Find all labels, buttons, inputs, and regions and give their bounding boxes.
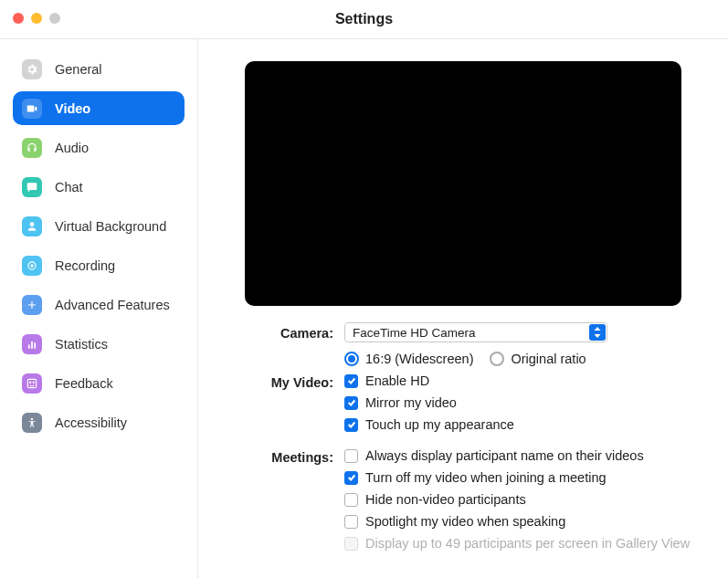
minimize-window-button[interactable] <box>31 13 42 24</box>
gear-icon <box>22 59 42 79</box>
checkbox-label: Touch up my appearance <box>365 417 514 432</box>
record-icon <box>22 256 42 276</box>
sidebar-item-label: Recording <box>55 258 115 273</box>
touch-up-checkbox[interactable]: Touch up my appearance <box>344 417 691 432</box>
camera-label: Camera: <box>235 322 344 344</box>
sidebar-item-recording[interactable]: Recording <box>13 248 185 282</box>
sidebar-item-label: Video <box>55 101 90 116</box>
chat-icon <box>22 177 42 197</box>
headphones-icon <box>22 138 42 158</box>
sidebar-item-label: Virtual Background <box>55 219 166 234</box>
checkbox-icon <box>344 449 358 463</box>
camera-select[interactable]: FaceTime HD Camera <box>344 322 607 342</box>
svg-point-5 <box>31 417 33 419</box>
checkbox-icon <box>344 396 358 410</box>
sidebar-item-label: Advanced Features <box>55 298 170 312</box>
gallery-49-checkbox: Display up to 49 participants per screen… <box>344 536 691 551</box>
settings-sidebar: General Video Audio Chat Virtual Backgro <box>0 39 198 578</box>
sidebar-item-feedback[interactable]: Feedback <box>13 366 185 400</box>
sidebar-item-statistics[interactable]: Statistics <box>13 327 185 361</box>
plus-icon <box>22 295 42 315</box>
checkbox-label: Mirror my video <box>365 395 457 410</box>
sidebar-item-general[interactable]: General <box>13 52 185 86</box>
checkbox-icon <box>344 418 358 432</box>
settings-content: Camera: FaceTime HD Camera 16:9 (Widescr… <box>198 39 728 578</box>
svg-point-3 <box>30 382 31 383</box>
bar-chart-icon <box>22 334 42 354</box>
turn-off-video-on-join-checkbox[interactable]: Turn off my video when joining a meeting <box>344 470 691 485</box>
checkbox-label: Display up to 49 participants per screen… <box>365 536 690 551</box>
smile-icon <box>22 373 42 394</box>
sidebar-item-label: Feedback <box>55 376 113 391</box>
svg-point-1 <box>30 264 34 268</box>
video-preview <box>245 61 681 306</box>
mirror-video-checkbox[interactable]: Mirror my video <box>344 395 691 410</box>
checkbox-icon <box>344 515 358 529</box>
radio-icon <box>490 352 504 366</box>
video-camera-icon <box>22 99 42 119</box>
checkbox-label: Enable HD <box>365 373 429 388</box>
meetings-label: Meetings: <box>235 447 344 468</box>
titlebar: Settings <box>0 0 728 39</box>
checkbox-label: Hide non-video participants <box>365 492 526 507</box>
accessibility-icon <box>22 413 42 433</box>
aspect-ratio-widescreen-radio[interactable]: 16:9 (Widescreen) <box>344 352 473 366</box>
sidebar-item-label: General <box>55 62 102 77</box>
radio-label: 16:9 (Widescreen) <box>365 352 473 366</box>
radio-icon <box>344 352 359 366</box>
checkbox-icon <box>344 471 358 485</box>
close-window-button[interactable] <box>13 13 24 24</box>
sidebar-item-advanced-features[interactable]: Advanced Features <box>13 288 185 321</box>
display-participant-name-checkbox[interactable]: Always display participant name on their… <box>344 448 691 463</box>
aspect-ratio-original-radio[interactable]: Original ratio <box>490 352 586 366</box>
svg-point-4 <box>33 382 34 383</box>
spotlight-my-video-checkbox[interactable]: Spotlight my video when speaking <box>344 514 691 529</box>
sidebar-item-chat[interactable]: Chat <box>13 170 185 204</box>
sidebar-item-accessibility[interactable]: Accessibility <box>13 405 185 439</box>
camera-select-value: FaceTime HD Camera <box>353 326 476 340</box>
sidebar-item-label: Audio <box>55 141 89 155</box>
sidebar-item-audio[interactable]: Audio <box>13 131 185 164</box>
person-icon <box>22 216 42 236</box>
checkbox-label: Spotlight my video when speaking <box>365 514 565 529</box>
checkbox-icon <box>344 493 358 507</box>
checkbox-icon <box>344 374 358 388</box>
checkbox-label: Always display participant name on their… <box>365 448 644 463</box>
dropdown-arrow-icon <box>589 324 606 341</box>
enable-hd-checkbox[interactable]: Enable HD <box>344 373 691 388</box>
checkbox-icon <box>344 537 358 551</box>
zoom-window-button[interactable] <box>49 13 60 24</box>
hide-nonvideo-checkbox[interactable]: Hide non-video participants <box>344 492 691 507</box>
sidebar-item-video[interactable]: Video <box>13 91 185 125</box>
sidebar-item-label: Statistics <box>55 337 108 352</box>
sidebar-item-label: Chat <box>55 180 83 194</box>
window-title: Settings <box>335 11 393 27</box>
window-controls <box>13 13 60 24</box>
sidebar-item-label: Accessibility <box>55 415 127 430</box>
checkbox-label: Turn off my video when joining a meeting <box>365 470 607 485</box>
sidebar-item-virtual-background[interactable]: Virtual Background <box>13 209 185 243</box>
my-video-label: My Video: <box>235 372 344 394</box>
radio-label: Original ratio <box>511 352 586 366</box>
